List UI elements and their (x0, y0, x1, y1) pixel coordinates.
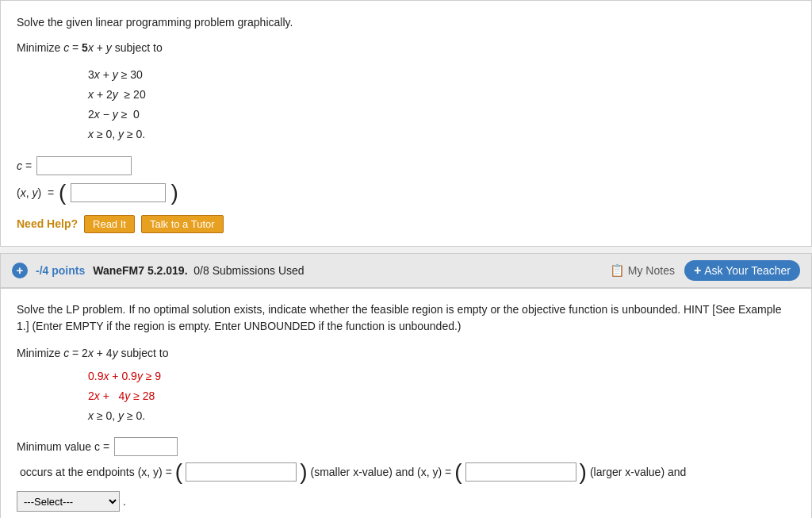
q2-my-notes-button[interactable]: 📋 My Notes (610, 263, 675, 278)
q2-points: -/4 points (36, 264, 85, 277)
q2-problem-id: WaneFM7 5.2.019. (93, 264, 187, 277)
q2-min-value-input[interactable] (114, 437, 178, 456)
q2-ask-plus-icon: + (694, 263, 701, 278)
q2-ep1-close: ) (300, 461, 307, 483)
q2-smaller-label: (smaller x-value) and (x, y) = (310, 466, 451, 478)
q2-notes-icon: 📋 (610, 263, 625, 278)
q2-my-notes-label: My Notes (628, 264, 675, 277)
q2-occurs-label: occurs at the endpoints (x, y) = (20, 466, 172, 478)
q1-need-help-row: Need Help? Read It Talk to a Tutor (17, 215, 795, 233)
q2-constraints: 0.9x + 0.9y ≥ 9 2x + 4y ≥ 28 x ≥ 0, y ≥ … (56, 366, 795, 427)
q2-ep2-open: ( (454, 461, 462, 483)
q1-constraint-3: 2x − y ≥ 0 (88, 105, 795, 125)
q1-c-input[interactable] (36, 156, 132, 175)
q2-problem-statement: Solve the LP problem. If no optimal solu… (17, 301, 795, 335)
q1-read-it-button[interactable]: Read It (84, 215, 135, 233)
q2-min-value-row: Minimum value c = occurs at the endpoint… (17, 437, 795, 483)
q2-plus-icon: + (12, 263, 28, 278)
q1-c-label: c = (17, 159, 32, 172)
q2-ask-teacher-button[interactable]: + Ask Your Teacher (684, 260, 800, 281)
q2-ep1-open: ( (175, 461, 182, 483)
q1-minimize-label: Minimize c = 5x + y subject to (17, 39, 795, 56)
page-wrapper: Solve the given linear programming probl… (0, 0, 812, 518)
q2-constraint-2: 2x + 4y ≥ 28 (88, 386, 795, 406)
q1-xy-row: (x, y) = ( ) (17, 182, 795, 204)
q1-constraints: 3x + y ≥ 30 x + 2y ≥ 20 2x − y ≥ 0 x ≥ 0… (56, 65, 795, 145)
q2-select-period: . (123, 495, 126, 508)
question2-block: Solve the LP problem. If no optimal solu… (0, 288, 812, 518)
q2-header-right: 📋 My Notes + Ask Your Teacher (610, 260, 800, 281)
q2-meta: WaneFM7 5.2.019. 0/8 Submissions Used (93, 264, 304, 277)
q2-ep2-close: ) (580, 461, 587, 483)
q1-xy-input[interactable] (71, 183, 166, 202)
q2-constraint-3: x ≥ 0, y ≥ 0. (88, 406, 795, 426)
q2-select-row: ---Select--- Option A Option B . (17, 491, 795, 512)
q2-endpoints-row: occurs at the endpoints (x, y) = ( ) (sm… (20, 461, 686, 483)
q1-constraint-4: x ≥ 0, y ≥ 0. (88, 125, 795, 144)
q2-endpoint2-input[interactable] (465, 462, 576, 482)
q2-select-dropdown[interactable]: ---Select--- Option A Option B (17, 491, 120, 512)
q1-xy-label: (x, y) = (17, 186, 54, 199)
q1-constraint-1: 3x + y ≥ 30 (88, 65, 795, 85)
q2-submissions: 0/8 Submissions Used (193, 264, 304, 277)
q1-constraint-2: x + 2y ≥ 20 (88, 85, 795, 105)
q2-section-header: + -/4 points WaneFM7 5.2.019. 0/8 Submis… (0, 253, 812, 288)
question1-block: Solve the given linear programming probl… (0, 0, 812, 247)
q1-close-paren: ) (170, 182, 178, 204)
q1-open-paren: ( (59, 182, 66, 204)
q1-need-help-label: Need Help? (17, 217, 78, 230)
q2-min-value-label: Minimum value c = (17, 440, 109, 453)
q1-c-row: c = (17, 156, 795, 175)
q2-minimize-label: Minimize c = 2x + 4y subject to (17, 344, 795, 362)
q2-endpoint1-input[interactable] (186, 462, 297, 482)
q2-constraint-1: 0.9x + 0.9y ≥ 9 (88, 366, 795, 386)
q1-problem-statement: Solve the given linear programming probl… (17, 13, 795, 31)
q2-ask-teacher-label: Ask Your Teacher (704, 264, 791, 277)
q1-talk-tutor-button[interactable]: Talk to a Tutor (141, 215, 224, 233)
q2-larger-label: (larger x-value) and (590, 466, 686, 478)
